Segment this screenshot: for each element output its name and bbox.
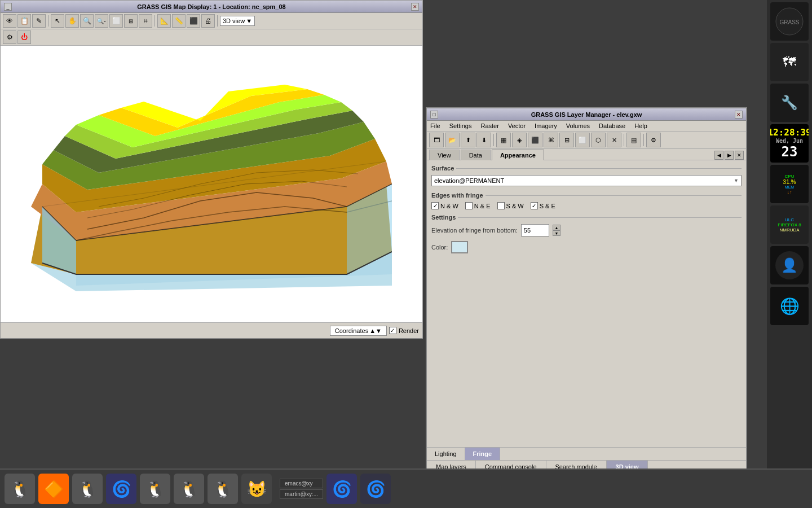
network-widget[interactable]: 🌐	[770, 287, 809, 325]
taskbar-app-0[interactable]: 🐧	[5, 474, 35, 504]
surface-row: elevation@PERMANENT ▼	[431, 175, 742, 186]
right-sidebar: GRASS 🗺 🔧 12:28:39 Wed, Jun 23 CPU 31.% …	[767, 0, 812, 508]
lm-saveas-btn[interactable]: ⬇	[476, 133, 491, 147]
tab-fringe[interactable]: Fringe	[465, 448, 501, 460]
pointer-btn[interactable]: ↖	[51, 14, 64, 28]
measure-btn[interactable]: 📐	[157, 14, 171, 28]
eye-btn[interactable]: 👁	[3, 14, 16, 28]
lm-save-btn[interactable]: ⬆	[461, 133, 475, 147]
lm-del-btn[interactable]: ✕	[607, 133, 621, 147]
cb-nw-input[interactable]: ✓	[431, 202, 439, 209]
zoom-in-btn[interactable]: 🔍	[80, 14, 94, 28]
power-widget: ULC FIREFOX 8 NMRUDA	[770, 205, 809, 244]
tab-prev-btn[interactable]: ◀	[714, 151, 723, 160]
taskbar-emacs-btn[interactable]: emacs@xy	[280, 479, 323, 488]
surface-value: elevation@PERMANENT	[434, 177, 504, 184]
pan-btn[interactable]: ✋	[65, 14, 79, 28]
window-close-controls: ✕	[411, 3, 419, 11]
lm-close-btn[interactable]: ✕	[735, 111, 743, 119]
zoom-all-btn[interactable]: ⊞	[124, 14, 138, 28]
render-checkbox-group: ✓ Render	[389, 327, 419, 334]
tab-data[interactable]: Data	[461, 150, 491, 160]
lm-3d-btn[interactable]: ⬡	[591, 133, 606, 147]
taskbar-app-4[interactable]: 🐧	[140, 474, 170, 504]
cb-se-input[interactable]: ✓	[531, 202, 538, 209]
lm-table-btn[interactable]: ▤	[626, 133, 641, 147]
lm-minimize-btn[interactable]: □	[430, 111, 438, 119]
taskbar-app-8[interactable]: 🌀	[326, 474, 357, 504]
cb-sw-label: S & W	[506, 203, 524, 209]
lm-open-btn[interactable]: 📂	[445, 133, 460, 147]
menu-database[interactable]: Database	[598, 122, 626, 130]
taskbar-app-7[interactable]: 😺	[241, 474, 272, 504]
export-btn[interactable]: ⬛	[187, 14, 200, 28]
settings-section-label: Settings	[431, 214, 742, 221]
cb-ne-label: N & E	[474, 203, 491, 209]
tools-widget[interactable]: 🔧	[770, 84, 809, 122]
menu-settings[interactable]: Settings	[448, 122, 473, 130]
select-btn[interactable]: ⌗	[139, 14, 152, 28]
spinner-up[interactable]: ▲	[553, 225, 561, 230]
lm-vector-btn[interactable]: ◈	[512, 133, 527, 147]
tab-appearance[interactable]: Appearance	[492, 150, 544, 160]
spinner-down[interactable]: ▼	[553, 230, 561, 236]
menu-imagery[interactable]: Imagery	[533, 122, 558, 130]
lm-group-btn[interactable]: ⊞	[559, 133, 574, 147]
copy-btn[interactable]: 📋	[17, 14, 31, 28]
taskbar-app-1[interactable]: 🔶	[38, 474, 69, 504]
fringe-checkboxes: ✓ N & W N & E S & W ✓ S & E	[431, 202, 742, 209]
taskbar-martin-btn[interactable]: martin@xy:...	[280, 489, 323, 499]
menu-volumes[interactable]: Volumes	[565, 122, 591, 130]
taskbar-app-5[interactable]: 🐧	[174, 474, 204, 504]
taskbar-app-9[interactable]: 🌀	[360, 474, 391, 504]
cb-nw: ✓ N & W	[431, 202, 458, 209]
power-btn[interactable]: ⏻	[17, 30, 31, 44]
pencil-btn[interactable]: ✎	[32, 14, 46, 28]
map-window-title: GRASS GIS Map Display: 1 - Location: nc_…	[12, 3, 411, 10]
color-swatch[interactable]	[451, 241, 468, 253]
settings-btn2[interactable]: ⚙	[3, 30, 16, 44]
close-map-btn[interactable]: ✕	[411, 3, 419, 11]
zoom-out-btn[interactable]: 🔍-	[95, 14, 108, 28]
lm-new-btn[interactable]: 🗔	[429, 133, 444, 147]
elevation-input[interactable]: 55	[521, 224, 549, 237]
cpu-label: CPU 31.% MEM ↓↑	[783, 174, 796, 195]
menu-help[interactable]: Help	[633, 122, 648, 130]
menu-raster[interactable]: Raster	[479, 122, 500, 130]
lm-cmd-btn[interactable]: ⌘	[544, 133, 558, 147]
lm-raster-btn[interactable]: ▦	[496, 133, 511, 147]
elevation-spinner: ▲ ▼	[553, 225, 561, 236]
render-checkbox[interactable]: ✓	[389, 327, 396, 334]
lm-title: GRASS GIS Layer Manager - elev.gxw	[438, 111, 735, 118]
svg-text:GRASS: GRASS	[779, 19, 799, 25]
coordinates-box[interactable]: Coordinates ▲▼	[330, 326, 387, 336]
ruler-btn[interactable]: 📏	[172, 14, 186, 28]
coordinates-label: Coordinates	[335, 327, 368, 334]
taskbar-app-6[interactable]: 🐧	[208, 474, 238, 504]
coord-arrow: ▲▼	[369, 327, 382, 334]
tab-view[interactable]: View	[429, 150, 460, 160]
tab-lighting[interactable]: Lighting	[427, 448, 465, 460]
tab-next-btn[interactable]: ▶	[725, 151, 734, 160]
print-btn[interactable]: 🖨	[201, 14, 215, 28]
menu-file[interactable]: File	[429, 122, 442, 130]
zoom-region-btn[interactable]: ⬜	[109, 14, 123, 28]
cb-se: ✓ S & E	[531, 202, 555, 209]
network-icon: 🌐	[780, 297, 800, 316]
cb-sw-input[interactable]	[497, 202, 505, 209]
lm-overlay-btn[interactable]: ⬜	[575, 133, 590, 147]
cb-ne-input[interactable]	[465, 202, 473, 209]
menu-vector[interactable]: Vector	[507, 122, 527, 130]
surface-dropdown[interactable]: elevation@PERMANENT ▼	[431, 175, 742, 186]
grass-logo-widget[interactable]: GRASS	[770, 2, 809, 41]
mem-value: ↓↑	[783, 189, 796, 195]
tab-close-btn[interactable]: ✕	[735, 151, 744, 160]
avatar-widget[interactable]: 👤	[770, 246, 809, 284]
taskbar-app-2[interactable]: 🐧	[72, 474, 103, 504]
view-mode-dropdown[interactable]: 3D view ▼	[220, 16, 255, 26]
lm-rgb-btn[interactable]: ⬛	[528, 133, 542, 147]
map-widget[interactable]: 🗺	[770, 43, 809, 81]
taskbar-app-3[interactable]: 🌀	[106, 474, 136, 504]
lm-gear-btn[interactable]: ⚙	[646, 133, 661, 147]
minimize-btn[interactable]: _	[4, 3, 12, 11]
